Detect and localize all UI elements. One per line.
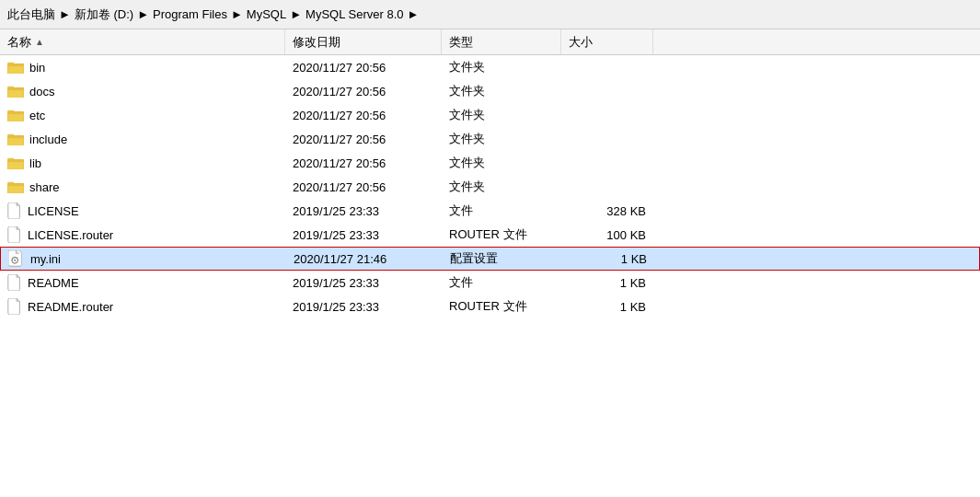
table-row[interactable]: LICENSE 2019/1/25 23:33 文件 328 KB	[0, 199, 980, 223]
table-row[interactable]: include 2020/11/27 20:56 文件夹	[0, 127, 980, 151]
file-date: 2020/11/27 20:56	[293, 156, 386, 170]
cell-date: 2019/1/25 23:33	[285, 271, 442, 295]
breadcrumb-item-0[interactable]: 此台电脑	[7, 6, 55, 23]
file-name: include	[29, 133, 67, 146]
table-row[interactable]: bin 2020/11/27 20:56 文件夹	[0, 55, 980, 79]
svg-line-39	[13, 262, 14, 263]
cell-name: LICENSE	[0, 199, 285, 223]
column-headers: 名称 ▲ 修改日期 类型 大小	[0, 29, 980, 55]
file-name: share	[29, 180, 60, 194]
folder-icon	[7, 61, 24, 74]
file-date: 2020/11/27 20:56	[293, 61, 386, 75]
cell-type: 文件夹	[442, 55, 561, 79]
cell-name: LICENSE.router	[0, 223, 285, 247]
file-size: 1 KB	[620, 276, 646, 290]
breadcrumb-item-3[interactable]: MySQL	[247, 7, 286, 21]
cell-type: 文件夹	[442, 127, 561, 151]
svg-rect-24	[7, 160, 24, 163]
cell-size: 1 KB	[562, 248, 654, 270]
col-header-size[interactable]: 大小	[561, 29, 653, 54]
table-row[interactable]: lib 2020/11/27 20:56 文件夹	[0, 151, 980, 175]
cell-name: include	[0, 127, 285, 151]
col-header-type[interactable]: 类型	[442, 29, 561, 54]
file-type: 文件	[449, 274, 473, 291]
cell-type: ROUTER 文件	[442, 223, 561, 247]
file-date: 2020/11/27 20:56	[293, 180, 386, 194]
file-type: 文件夹	[449, 107, 485, 123]
cell-type: 文件夹	[442, 151, 561, 175]
file-icon	[7, 202, 22, 219]
file-icon	[7, 226, 22, 243]
file-date: 2020/11/27 20:56	[293, 109, 386, 122]
cell-size	[561, 175, 653, 199]
table-row[interactable]: my.ini 2020/11/27 21:46 配置设置 1 KB	[0, 247, 980, 271]
svg-rect-9	[7, 88, 24, 91]
file-name: README.router	[28, 300, 113, 314]
file-date: 2019/1/25 23:33	[293, 276, 379, 290]
cell-date: 2020/11/27 20:56	[285, 151, 442, 175]
file-date: 2020/11/27 20:56	[293, 85, 386, 98]
cell-date: 2019/1/25 23:33	[285, 223, 442, 247]
cell-type: 文件	[442, 199, 561, 223]
cell-size: 328 KB	[561, 199, 653, 223]
table-row[interactable]: README 2019/1/25 23:33 文件 1 KB	[0, 271, 980, 295]
breadcrumb-sep-3: ►	[290, 7, 302, 21]
table-row[interactable]: docs 2020/11/27 20:56 文件夹	[0, 79, 980, 103]
file-type: 文件夹	[449, 155, 485, 171]
cell-type: 配置设置	[443, 248, 562, 270]
breadcrumb-sep-4: ►	[408, 7, 420, 21]
svg-rect-4	[7, 64, 24, 67]
cell-date: 2020/11/27 20:56	[285, 127, 442, 151]
breadcrumb-sep-1: ►	[137, 7, 149, 21]
folder-icon	[7, 133, 24, 145]
table-row[interactable]: share 2020/11/27 20:56 文件夹	[0, 175, 980, 199]
svg-rect-14	[7, 112, 24, 115]
cell-size	[561, 151, 653, 175]
folder-icon	[7, 109, 24, 121]
breadcrumb-sep-0: ►	[59, 7, 71, 21]
file-name: docs	[29, 85, 54, 98]
table-row[interactable]: LICENSE.router 2019/1/25 23:33 ROUTER 文件…	[0, 223, 980, 247]
file-type: 文件夹	[449, 83, 485, 99]
cell-type: 文件夹	[442, 103, 561, 127]
svg-line-38	[17, 262, 17, 263]
cell-size: 100 KB	[561, 223, 653, 247]
file-icon	[7, 274, 22, 291]
file-date: 2019/1/25 23:33	[293, 300, 379, 314]
file-name: etc	[29, 109, 45, 122]
sort-arrow: ▲	[35, 37, 44, 47]
col-header-name[interactable]: 名称 ▲	[0, 29, 285, 54]
file-type: 文件夹	[449, 131, 485, 147]
svg-line-37	[13, 258, 14, 259]
col-header-date[interactable]: 修改日期	[285, 29, 442, 54]
folder-icon	[7, 85, 24, 98]
file-date: 2020/11/27 21:46	[294, 252, 386, 266]
file-date: 2019/1/25 23:33	[293, 228, 379, 242]
cell-size	[561, 55, 653, 79]
cell-size: 1 KB	[561, 271, 653, 295]
file-list: bin 2020/11/27 20:56 文件夹 docs 2020/11/27…	[0, 55, 980, 318]
cell-name: etc	[0, 103, 285, 127]
folder-icon	[7, 156, 24, 169]
file-type: 文件夹	[449, 59, 485, 75]
breadcrumb: 此台电脑 ► 新加卷 (D:) ► Program Files ► MySQL …	[0, 0, 980, 29]
breadcrumb-sep-2: ►	[231, 7, 243, 21]
cell-date: 2020/11/27 20:56	[285, 175, 442, 199]
cell-name: share	[0, 175, 285, 199]
file-date: 2020/11/27 20:56	[293, 133, 386, 146]
breadcrumb-item-4[interactable]: MySQL Server 8.0	[306, 7, 403, 21]
breadcrumb-item-2[interactable]: Program Files	[153, 7, 227, 21]
table-row[interactable]: etc 2020/11/27 20:56 文件夹	[0, 103, 980, 127]
cell-date: 2020/11/27 21:46	[286, 248, 443, 270]
cell-size	[561, 103, 653, 127]
cell-size: 1 KB	[561, 295, 653, 318]
table-row[interactable]: README.router 2019/1/25 23:33 ROUTER 文件 …	[0, 295, 980, 318]
cell-name: bin	[0, 55, 285, 79]
svg-rect-19	[7, 136, 24, 139]
breadcrumb-item-1[interactable]: 新加卷 (D:)	[75, 6, 133, 23]
cell-type: ROUTER 文件	[442, 295, 561, 318]
file-type: 配置设置	[450, 250, 498, 267]
folder-icon	[7, 180, 24, 193]
cell-date: 2020/11/27 20:56	[285, 103, 442, 127]
svg-point-32	[14, 260, 16, 261]
